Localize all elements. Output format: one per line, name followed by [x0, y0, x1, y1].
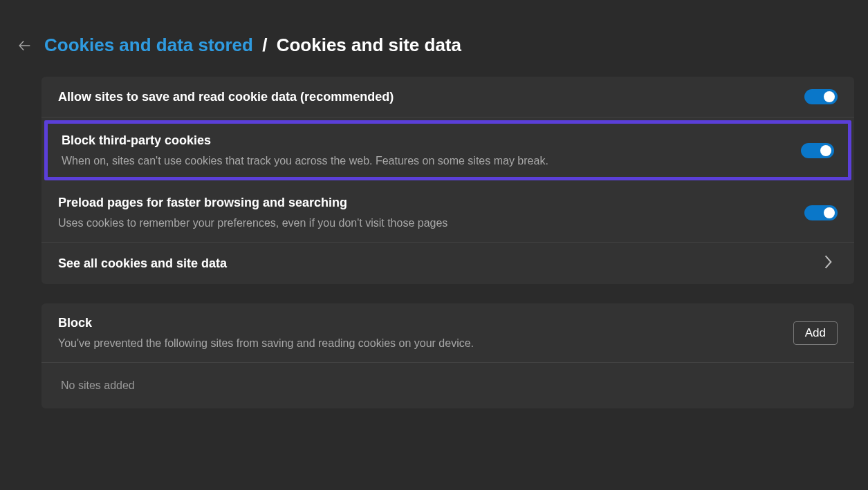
setting-description: Uses cookies to remember your preference… — [58, 217, 804, 229]
setting-title: Block third-party cookies — [62, 133, 801, 148]
chevron-right-icon — [824, 255, 838, 272]
back-arrow-icon[interactable] — [17, 37, 33, 54]
setting-description: When on, sites can't use cookies that tr… — [62, 155, 801, 167]
breadcrumb-row: Cookies and data stored / Cookies and si… — [14, 35, 854, 56]
settings-panel: Allow sites to save and read cookie data… — [41, 77, 854, 284]
block-panel: Block You've prevented the following sit… — [41, 303, 854, 408]
breadcrumb-separator: / — [258, 35, 271, 55]
breadcrumb-parent[interactable]: Cookies and data stored — [44, 35, 253, 55]
setting-title: Allow sites to save and read cookie data… — [58, 90, 804, 104]
setting-block-third-party: Block third-party cookies When on, sites… — [44, 120, 851, 180]
toggle-block-third-party[interactable] — [801, 143, 834, 158]
setting-title: Preload pages for faster browsing and se… — [58, 196, 804, 210]
see-all-cookies-row[interactable]: See all cookies and site data — [41, 243, 854, 284]
toggle-preload-pages[interactable] — [804, 205, 838, 220]
add-button[interactable]: Add — [793, 321, 838, 345]
see-all-title: See all cookies and site data — [58, 256, 824, 271]
setting-preload-pages: Preload pages for faster browsing and se… — [41, 183, 854, 243]
block-description: You've prevented the following sites fro… — [58, 337, 793, 350]
setting-allow-cookie-data: Allow sites to save and read cookie data… — [41, 77, 854, 117]
breadcrumb-current: Cookies and site data — [277, 35, 461, 55]
toggle-allow-cookie-data[interactable] — [804, 89, 838, 104]
block-header-row: Block You've prevented the following sit… — [41, 303, 854, 363]
breadcrumb: Cookies and data stored / Cookies and si… — [44, 35, 461, 56]
block-empty-state: No sites added — [41, 363, 854, 408]
block-title: Block — [58, 316, 793, 330]
